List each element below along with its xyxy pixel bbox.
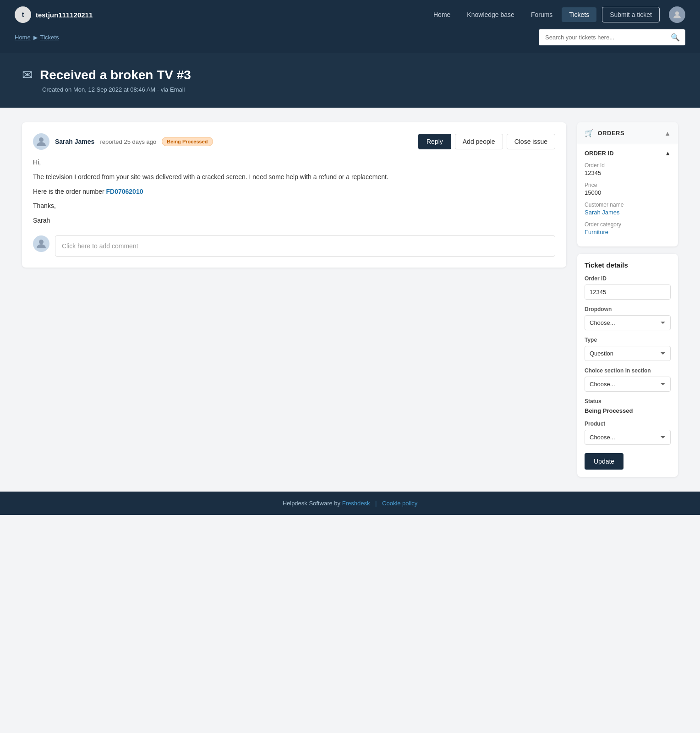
breadcrumb: Home ▶ Tickets [15, 34, 59, 41]
orders-icon: 🛒 [585, 129, 594, 137]
detail-product: Product Choose... [585, 421, 671, 445]
sidebar: 🛒 ORDERS ▲ ORDER ID ▲ Order Id 12345 Pri… [577, 122, 678, 477]
message-header: Sarah James reported 25 days ago Being P… [33, 133, 555, 150]
order-id-select-wrapper: × ▼ [585, 284, 671, 300]
footer-divider: | [375, 500, 378, 507]
top-navigation: t testjun111120211 Home Knowledge base F… [0, 0, 700, 29]
logo-text: testjun111120211 [36, 11, 93, 19]
message-body: Hi, The television I ordered from your s… [33, 157, 555, 226]
detail-type: Type Question [585, 337, 671, 361]
nav-forums[interactable]: Forums [524, 7, 560, 22]
ticket-title-row: ✉ Received a broken TV #3 [22, 67, 678, 82]
body-line2: The television I ordered from your site … [33, 172, 555, 183]
order-number-link[interactable]: FD07062010 [106, 188, 143, 195]
comment-row: Click here to add comment [33, 235, 555, 257]
status-badge: Being Processed [162, 137, 213, 146]
thread-section: Sarah James reported 25 days ago Being P… [22, 122, 566, 268]
nav-links: Home Knowledge base Forums Tickets Submi… [426, 6, 685, 23]
page-title: Received a broken TV #3 [40, 68, 191, 82]
orders-collapse-button[interactable]: ▲ [664, 130, 671, 137]
footer-text: Helpdesk Software by [283, 500, 342, 507]
comment-input[interactable]: Click here to add comment [55, 235, 555, 257]
logo[interactable]: t testjun111120211 [15, 6, 93, 23]
nav-knowledge-base[interactable]: Knowledge base [459, 7, 522, 22]
order-id-header[interactable]: ORDER ID ▲ [585, 150, 671, 157]
status-value: Being Processed [585, 407, 671, 414]
orders-title: 🛒 ORDERS [585, 129, 624, 137]
ticket-details-title: Ticket details [585, 261, 671, 269]
author-name: Sarah James [55, 138, 94, 145]
commenter-avatar [33, 235, 49, 252]
close-issue-button[interactable]: Close issue [507, 134, 555, 149]
message-meta: Sarah James reported 25 days ago Being P… [33, 133, 213, 150]
detail-order-id: Order ID × ▼ [585, 275, 671, 300]
main-content: Sarah James reported 25 days ago Being P… [0, 108, 700, 492]
type-select[interactable]: Question [585, 346, 671, 361]
user-avatar[interactable] [669, 6, 685, 23]
search-bar: 🔍 [539, 29, 685, 45]
body-line1: Hi, [33, 157, 555, 168]
submit-ticket-button[interactable]: Submit a ticket [602, 7, 660, 22]
ticket-header: ✉ Received a broken TV #3 Created on Mon… [0, 53, 700, 108]
customer-name-field: Customer name Sarah James [585, 202, 671, 216]
action-buttons: Reply Add people Close issue [418, 134, 555, 149]
product-select[interactable]: Choose... [585, 430, 671, 445]
search-button[interactable]: 🔍 [665, 29, 685, 45]
nav-home[interactable]: Home [426, 7, 458, 22]
breadcrumb-tickets[interactable]: Tickets [40, 34, 59, 41]
breadcrumb-home[interactable]: Home [15, 34, 31, 41]
footer: Helpdesk Software by Freshdesk | Cookie … [0, 492, 700, 515]
order-id-field: Order Id 12345 [585, 162, 671, 176]
ticket-meta: Created on Mon, 12 Sep 2022 at 08:46 AM … [42, 86, 678, 93]
detail-status: Status Being Processed [585, 398, 671, 414]
order-id-section: ORDER ID ▲ Order Id 12345 Price 15000 Cu… [577, 144, 678, 246]
dropdown-select[interactable]: Choose... [585, 315, 671, 330]
order-id-chevron: ▲ [665, 150, 671, 157]
author-avatar [33, 133, 49, 150]
logo-avatar: t [15, 6, 31, 23]
orders-card: 🛒 ORDERS ▲ ORDER ID ▲ Order Id 12345 Pri… [577, 122, 678, 246]
body-author-sig: Sarah [33, 215, 555, 226]
svg-point-0 [675, 11, 679, 15]
cookie-policy-link[interactable]: Cookie policy [382, 500, 417, 507]
svg-point-2 [39, 240, 44, 244]
svg-point-1 [39, 137, 44, 142]
breadcrumb-separator: ▶ [33, 34, 38, 41]
reply-button[interactable]: Reply [418, 134, 451, 149]
detail-choice-section: Choice section in section Choose... [585, 367, 671, 392]
update-button[interactable]: Update [585, 453, 623, 470]
ticket-details-card: Ticket details Order ID × ▼ Dropdown Cho… [577, 254, 678, 477]
search-icon: 🔍 [671, 33, 680, 41]
sub-header: Home ▶ Tickets 🔍 [0, 29, 700, 53]
search-input[interactable] [539, 29, 665, 45]
orders-header: 🛒 ORDERS ▲ [577, 122, 678, 144]
price-field: Price 15000 [585, 182, 671, 196]
choice-section-select[interactable]: Choose... [585, 377, 671, 392]
reported-time: reported 25 days ago [100, 138, 156, 145]
body-line3: Here is the order number FD07062010 [33, 186, 555, 197]
order-id-input[interactable] [585, 285, 671, 299]
nav-tickets[interactable]: Tickets [562, 7, 596, 22]
body-thanks: Thanks, [33, 201, 555, 212]
add-people-button[interactable]: Add people [455, 134, 503, 149]
ticket-email-icon: ✉ [22, 67, 33, 82]
detail-dropdown: Dropdown Choose... [585, 306, 671, 330]
freshdesk-link[interactable]: Freshdesk [342, 500, 370, 507]
order-category-field: Order category Furniture [585, 221, 671, 235]
